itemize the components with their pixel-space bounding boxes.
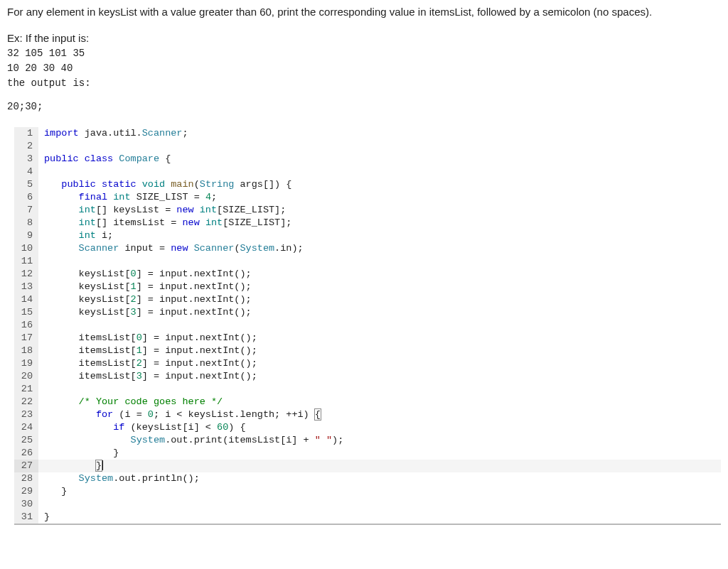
code-line[interactable]: 27 } — [14, 460, 721, 472]
line-number: 30 — [14, 498, 38, 511]
line-number: 19 — [14, 357, 38, 370]
line-number: 14 — [14, 293, 38, 306]
code-content[interactable] — [38, 498, 721, 511]
code-content[interactable]: import java.util.Scanner; — [38, 127, 721, 140]
line-number: 3 — [14, 153, 38, 166]
code-content[interactable]: if (keysList[i] < 60) { — [38, 421, 721, 434]
code-content[interactable]: keysList[1] = input.nextInt(); — [38, 281, 721, 293]
line-number: 13 — [14, 281, 38, 293]
code-content[interactable] — [38, 255, 721, 268]
code-line[interactable]: 4 — [14, 166, 721, 178]
code-line[interactable]: 16 — [14, 319, 721, 332]
code-line[interactable]: 11 — [14, 255, 721, 268]
line-number: 15 — [14, 306, 38, 319]
code-line[interactable]: 24 if (keysList[i] < 60) { — [14, 421, 721, 434]
problem-statement: For any element in keysList with a value… — [7, 4, 721, 21]
line-number: 2 — [14, 140, 38, 153]
line-number: 22 — [14, 396, 38, 408]
code-content[interactable]: } — [38, 511, 721, 524]
code-line[interactable]: 2 — [14, 140, 721, 153]
line-number: 29 — [14, 485, 38, 498]
code-line[interactable]: 9 int i; — [14, 229, 721, 242]
code-content[interactable]: int[] itemsList = new int[SIZE_LIST]; — [38, 217, 721, 229]
example-output-label: the output is: — [7, 76, 721, 91]
code-content[interactable]: keysList[0] = input.nextInt(); — [38, 268, 721, 281]
line-number: 11 — [14, 255, 38, 268]
code-line[interactable]: 30 — [14, 498, 721, 511]
example-label: Ex: If the input is: — [7, 31, 721, 47]
code-line[interactable]: 29 } — [14, 485, 721, 498]
line-number: 6 — [14, 191, 38, 204]
code-content[interactable]: int i; — [38, 229, 721, 242]
code-line[interactable]: 31} — [14, 511, 721, 524]
line-number: 23 — [14, 408, 38, 421]
code-content[interactable]: /* Your code goes here */ — [38, 396, 721, 408]
code-line[interactable]: 23 for (i = 0; i < keysList.length; ++i)… — [14, 408, 721, 421]
code-content[interactable]: keysList[3] = input.nextInt(); — [38, 306, 721, 319]
code-line[interactable]: 20 itemsList[3] = input.nextInt(); — [14, 370, 721, 383]
line-number: 27 — [14, 460, 38, 472]
code-content[interactable]: } — [38, 460, 721, 472]
line-number: 31 — [14, 511, 38, 524]
code-line[interactable]: 25 System.out.print(itemsList[i] + " "); — [14, 434, 721, 447]
code-content[interactable] — [38, 166, 721, 178]
code-content[interactable]: Scanner input = new Scanner(System.in); — [38, 242, 721, 255]
line-number: 16 — [14, 319, 38, 332]
code-line[interactable]: 28 System.out.println(); — [14, 472, 721, 485]
line-number: 7 — [14, 204, 38, 217]
text-caret — [102, 460, 103, 470]
line-number: 21 — [14, 383, 38, 396]
code-content[interactable]: public static void main(String args[]) { — [38, 178, 721, 191]
code-line[interactable]: 12 keysList[0] = input.nextInt(); — [14, 268, 721, 281]
code-content[interactable]: keysList[2] = input.nextInt(); — [38, 293, 721, 306]
example-input-line-1: 32 105 101 35 — [7, 46, 721, 61]
line-number: 9 — [14, 229, 38, 242]
code-content[interactable]: itemsList[1] = input.nextInt(); — [38, 345, 721, 357]
code-line[interactable]: 13 keysList[1] = input.nextInt(); — [14, 281, 721, 293]
code-line[interactable]: 17 itemsList[0] = input.nextInt(); — [14, 332, 721, 345]
code-content[interactable]: itemsList[0] = input.nextInt(); — [38, 332, 721, 345]
code-content[interactable]: itemsList[3] = input.nextInt(); — [38, 370, 721, 383]
code-content[interactable] — [38, 383, 721, 396]
line-number: 18 — [14, 345, 38, 357]
code-content[interactable] — [38, 319, 721, 332]
code-line[interactable]: 10 Scanner input = new Scanner(System.in… — [14, 242, 721, 255]
code-line[interactable]: 22 /* Your code goes here */ — [14, 396, 721, 408]
code-line[interactable]: 26 } — [14, 447, 721, 460]
problem-statement-text: For any element in keysList with a value… — [7, 6, 652, 18]
code-line[interactable]: 18 itemsList[1] = input.nextInt(); — [14, 345, 721, 357]
line-number: 12 — [14, 268, 38, 281]
code-content[interactable]: for (i = 0; i < keysList.length; ++i) { — [38, 408, 721, 421]
line-number: 28 — [14, 472, 38, 485]
example-input-line-2: 10 20 30 40 — [7, 61, 721, 76]
line-number: 25 — [14, 434, 38, 447]
line-number: 1 — [14, 127, 38, 140]
code-line[interactable]: 6 final int SIZE_LIST = 4; — [14, 191, 721, 204]
code-content[interactable]: final int SIZE_LIST = 4; — [38, 191, 721, 204]
code-line[interactable]: 8 int[] itemsList = new int[SIZE_LIST]; — [14, 217, 721, 229]
code-content[interactable]: int[] keysList = new int[SIZE_LIST]; — [38, 204, 721, 217]
line-number: 24 — [14, 421, 38, 434]
code-content[interactable]: System.out.print(itemsList[i] + " "); — [38, 434, 721, 447]
code-line[interactable]: 5 public static void main(String args[])… — [14, 178, 721, 191]
code-content[interactable] — [38, 140, 721, 153]
line-number: 8 — [14, 217, 38, 229]
code-line[interactable]: 21 — [14, 383, 721, 396]
line-number: 5 — [14, 178, 38, 191]
code-line[interactable]: 14 keysList[2] = input.nextInt(); — [14, 293, 721, 306]
code-content[interactable]: itemsList[2] = input.nextInt(); — [38, 357, 721, 370]
code-content[interactable]: } — [38, 485, 721, 498]
code-line[interactable]: 15 keysList[3] = input.nextInt(); — [14, 306, 721, 319]
code-line[interactable]: 19 itemsList[2] = input.nextInt(); — [14, 357, 721, 370]
code-line[interactable]: 3public class Compare { — [14, 153, 721, 166]
code-content[interactable]: public class Compare { — [38, 153, 721, 166]
line-number: 10 — [14, 242, 38, 255]
example-output: 20;30; — [7, 99, 721, 114]
line-number: 20 — [14, 370, 38, 383]
code-content[interactable]: System.out.println(); — [38, 472, 721, 485]
line-number: 26 — [14, 447, 38, 460]
code-content[interactable]: } — [38, 447, 721, 460]
code-line[interactable]: 1import java.util.Scanner; — [14, 127, 721, 140]
code-line[interactable]: 7 int[] keysList = new int[SIZE_LIST]; — [14, 204, 721, 217]
code-editor[interactable]: 1import java.util.Scanner;2 3public clas… — [14, 127, 721, 525]
